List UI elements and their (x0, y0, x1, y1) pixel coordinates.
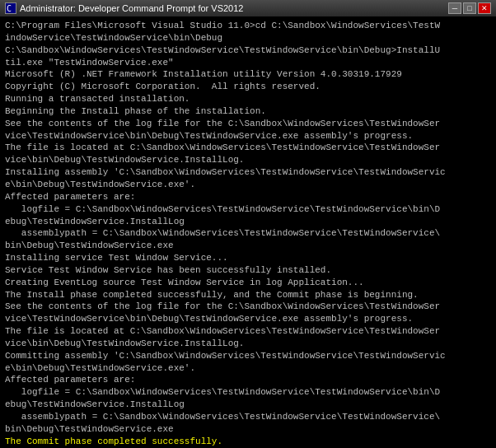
close-button[interactable]: ✕ (478, 2, 491, 14)
terminal-line: assemblypath = C:\Sandbox\WindowServices… (5, 227, 491, 240)
terminal-line: ebug\TestWindowService.InstallLog (5, 399, 491, 411)
terminal-line: Creating EventLog source Test Window Ser… (5, 277, 491, 289)
terminal-line: Beginning the Install phase of the insta… (5, 105, 491, 118)
terminal-line: C:\Sandbox\WindowServices\TestWindowServ… (5, 44, 491, 57)
terminal-line: The Install phase completed successfully… (5, 289, 491, 301)
terminal-line: assemblypath = C:\Sandbox\WindowServices… (5, 411, 491, 423)
terminal-line: e\bin\Debug\TestWindowService.exe'. (5, 362, 491, 375)
maximize-button[interactable]: □ (463, 2, 476, 14)
terminal-line: vice\bin\Debug\TestWindowService.Install… (5, 154, 491, 166)
terminal-line: See the contents of the log file for the… (5, 301, 491, 313)
terminal-line: til.exe "TestWindowService.exe" (5, 57, 491, 69)
svg-text:C: C (7, 4, 12, 13)
terminal-line: Installing assembly 'C:\Sandbox\WindowSe… (5, 166, 491, 179)
terminal-line: logfile = C:\Sandbox\WindowServices\Test… (5, 203, 491, 216)
terminal-line: The file is located at C:\Sandbox\Window… (5, 325, 491, 338)
terminal-line: Installing service Test Window Service..… (5, 252, 491, 264)
terminal-line: vice\bin\Debug\TestWindowService.Install… (5, 338, 491, 350)
terminal-line: Running a transacted installation. (5, 93, 491, 105)
terminal-line: Affected parameters are: (5, 191, 491, 203)
terminal-line: logfile = C:\Sandbox\WindowServices\Test… (5, 386, 491, 399)
terminal-line: vice\TestWindowService\bin\Debug\TestWin… (5, 313, 491, 325)
terminal-line: The Commit phase completed successfully. (5, 436, 491, 448)
terminal-line: Affected parameters are: (5, 374, 491, 386)
cmd-icon: C (5, 2, 16, 14)
title-bar: C Administrator: Developer Command Promp… (0, 0, 496, 16)
terminal-line: Committing assembly 'C:\Sandbox\WindowSe… (5, 350, 491, 362)
terminal-line: C:\Program Files\Microsoft Visual Studio… (5, 20, 491, 32)
terminal-line: Service Test Window Service has been suc… (5, 264, 491, 277)
terminal-line: See the contents of the log file for the… (5, 118, 491, 130)
terminal-line: Microsoft (R) .NET Framework Installatio… (5, 68, 491, 81)
terminal-line: bin\Debug\TestWindowService.exe (5, 423, 491, 436)
title-bar-text: Administrator: Developer Command Prompt … (20, 3, 448, 13)
terminal-line: Copyright (C) Microsoft Corporation. All… (5, 81, 491, 93)
terminal-line: e\bin\Debug\TestWindowService.exe'. (5, 179, 491, 191)
minimize-button[interactable]: ─ (448, 2, 461, 14)
terminal-line: The file is located at C:\Sandbox\Window… (5, 142, 491, 154)
terminal-line: bin\Debug\TestWindowService.exe (5, 240, 491, 252)
terminal-window: C:\Program Files\Microsoft Visual Studio… (0, 16, 496, 448)
terminal-line: vice\TestWindowService\bin\Debug\TestWin… (5, 130, 491, 142)
terminal-line: ebug\TestWindowService.InstallLog (5, 216, 491, 228)
terminal-line: indowService\TestWindowService\bin\Debug (5, 32, 491, 44)
